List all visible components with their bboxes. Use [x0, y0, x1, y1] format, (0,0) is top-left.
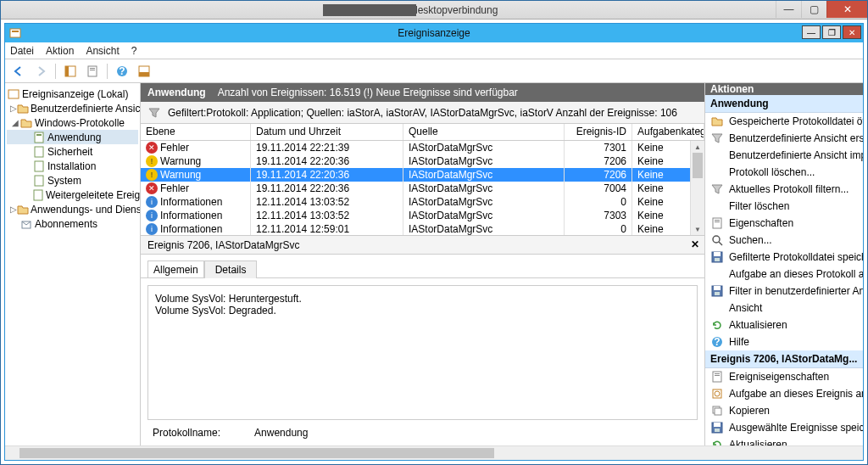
- show-tree-button[interactable]: [60, 62, 81, 81]
- table-row[interactable]: ✕Fehler19.11.2014 22:20:36IAStorDataMgrS…: [141, 182, 704, 195]
- action-item[interactable]: Aufgabe an dieses Protokoll anf...: [705, 266, 863, 283]
- col-datetime[interactable]: Datum und Uhrzeit: [251, 124, 403, 140]
- action-item[interactable]: Kopieren: [705, 402, 863, 419]
- filter-text: Gefiltert:Protokoll: Application; Quelle…: [168, 107, 677, 119]
- table-row[interactable]: iInformationen12.11.2014 13:03:52IAStorD…: [141, 209, 704, 222]
- vertical-scrollbar[interactable]: ▲▼: [690, 141, 704, 235]
- action-item[interactable]: Ereigniseigenschaften: [705, 368, 863, 385]
- navigation-tree[interactable]: Ereignisanzeige (Lokal) ▷Benutzerdefinie…: [5, 83, 141, 445]
- action-item[interactable]: Aktualisieren: [705, 317, 863, 333]
- tree-windows-logs[interactable]: ◢Windows-Protokolle: [7, 115, 138, 130]
- properties-button[interactable]: [82, 62, 103, 81]
- expand-icon[interactable]: ▷: [10, 104, 17, 113]
- svg-text:?: ?: [119, 65, 125, 77]
- menu-help[interactable]: ?: [131, 45, 137, 57]
- horizontal-scrollbar[interactable]: [5, 445, 863, 460]
- svg-rect-29: [715, 292, 720, 295]
- inner-minimize-button[interactable]: —: [802, 25, 821, 39]
- table-row[interactable]: ✕Fehler19.11.2014 22:21:39IAStorDataMgrS…: [141, 141, 704, 154]
- action-item[interactable]: ?Hilfe: [705, 333, 863, 350]
- svg-point-22: [713, 236, 720, 243]
- tree-subscriptions[interactable]: Abonnements: [7, 216, 138, 231]
- tree-installation[interactable]: Installation: [7, 159, 138, 173]
- action-item[interactable]: Benutzerdefinierte Ansicht erste...: [705, 130, 863, 147]
- table-row[interactable]: !Warnung19.11.2014 22:20:36IAStorDataMgr…: [141, 154, 704, 168]
- action-item[interactable]: Eigenschaften: [705, 215, 863, 232]
- detail-title: Ereignis 7206, IAStorDataMgrSvc: [147, 239, 299, 251]
- detail-protokollname-value: Anwendung: [254, 427, 308, 445]
- cell-source: IAStorDataMgrSvc: [403, 221, 565, 236]
- action-label: Benutzerdefinierte Ansicht erste...: [729, 132, 863, 144]
- tree-application[interactable]: Anwendung: [7, 130, 138, 144]
- tab-details[interactable]: Details: [204, 261, 258, 278]
- tree-forwarded[interactable]: Weitergeleitete Ereignisse: [7, 188, 138, 202]
- events-grid[interactable]: ✕Fehler19.11.2014 22:21:39IAStorDataMgrS…: [141, 141, 704, 236]
- disk-icon: [710, 421, 724, 434]
- tree-system[interactable]: System: [7, 173, 138, 188]
- info-icon: i: [146, 196, 158, 208]
- blank-icon: [710, 301, 724, 315]
- inner-title: Ereignisanzeige: [5, 27, 863, 39]
- svg-rect-17: [34, 190, 42, 200]
- action-item[interactable]: Benutzerdefinierte Ansicht imp...: [705, 147, 863, 164]
- expand-icon[interactable]: ▷: [10, 204, 17, 214]
- action-item[interactable]: Suchen...: [705, 232, 863, 249]
- funnel-icon: [710, 182, 724, 196]
- outer-title: - Remotedesktopverbindung: [1, 4, 867, 16]
- back-button[interactable]: [8, 62, 29, 81]
- action-item[interactable]: Ausgewählte Ereignisse speiche...: [705, 419, 863, 436]
- action-item[interactable]: Aufgabe an dieses Ereignis anfü...: [705, 385, 863, 402]
- scroll-up-button[interactable]: ▲: [691, 141, 704, 153]
- outer-close-button[interactable]: ✕: [826, 1, 867, 18]
- table-row[interactable]: !Warnung19.11.2014 22:20:36IAStorDataMgr…: [141, 168, 704, 182]
- action-item[interactable]: Ansicht: [705, 300, 863, 317]
- cell-level: Informationen: [160, 210, 222, 221]
- col-level[interactable]: Ebene: [141, 124, 251, 140]
- action-item[interactable]: Gefilterte Protokolldatei speich...: [705, 249, 863, 266]
- cell-id: 0: [565, 221, 632, 236]
- col-category[interactable]: Aufgabenkategorie: [632, 124, 704, 140]
- detail-tabs: Allgemein Details: [141, 255, 704, 278]
- inner-title-bar[interactable]: Ereignisanzeige — ❐ ✕: [5, 24, 863, 42]
- detail-footer: Protokollname: Anwendung: [141, 427, 704, 445]
- preview-pane-button[interactable]: [134, 62, 154, 81]
- tree-app-services[interactable]: ▷Anwendungs- und Dienstprotokolle: [7, 202, 138, 216]
- tab-general[interactable]: Allgemein: [147, 261, 204, 277]
- inner-close-button[interactable]: ✕: [843, 25, 861, 39]
- col-id[interactable]: Ereignis-ID: [565, 124, 632, 140]
- inner-maximize-button[interactable]: ❐: [822, 25, 841, 39]
- scrollbar-thumb[interactable]: [19, 448, 494, 458]
- column-headers[interactable]: Ebene Datum und Uhrzeit Quelle Ereignis-…: [141, 124, 704, 141]
- svg-rect-20: [715, 220, 720, 221]
- outer-title-bar[interactable]: - Remotedesktopverbindung — ▢ ✕: [1, 1, 867, 20]
- help-button[interactable]: ?: [112, 62, 132, 81]
- outer-maximize-button[interactable]: ▢: [801, 1, 826, 18]
- collapse-icon[interactable]: ◢: [10, 118, 19, 127]
- action-item[interactable]: Aktuelles Protokoll filtern...: [705, 181, 863, 198]
- outer-minimize-button[interactable]: —: [776, 1, 801, 18]
- menu-action[interactable]: Aktion: [46, 45, 74, 57]
- log-icon: [32, 188, 44, 202]
- events-header: Anwendung Anzahl von Ereignissen: 16.519…: [141, 83, 704, 102]
- table-row[interactable]: iInformationen12.11.2014 12:59:01IAStorD…: [141, 222, 704, 236]
- scroll-down-button[interactable]: ▼: [691, 223, 704, 235]
- action-item[interactable]: Protokoll löschen...: [705, 164, 863, 181]
- svg-rect-3: [65, 66, 69, 76]
- forward-button[interactable]: [31, 62, 51, 81]
- svg-rect-15: [35, 161, 43, 171]
- tree-security[interactable]: Sicherheit: [7, 144, 138, 159]
- scrollbar-thumb[interactable]: [693, 153, 703, 178]
- menu-view[interactable]: Ansicht: [86, 45, 119, 57]
- action-item[interactable]: Gespeicherte Protokolldatei öff...: [705, 113, 863, 130]
- eventvwr-icon: [8, 26, 22, 40]
- action-item[interactable]: Filter in benutzerdefinierter Ans...: [705, 283, 863, 300]
- action-item[interactable]: Filter löschen: [705, 198, 863, 215]
- col-source[interactable]: Quelle: [403, 124, 565, 140]
- menu-file[interactable]: Datei: [10, 45, 34, 57]
- actions-pane: Aktionen Anwendung Gespeicherte Protokol…: [705, 83, 863, 445]
- table-row[interactable]: iInformationen12.11.2014 13:03:52IAStorD…: [141, 195, 704, 209]
- detail-close-button[interactable]: ✕: [691, 238, 699, 250]
- tree-root[interactable]: Ereignisanzeige (Lokal): [7, 87, 138, 101]
- log-icon: [32, 145, 46, 159]
- tree-custom-views[interactable]: ▷Benutzerdefinierte Ansichten: [7, 101, 138, 115]
